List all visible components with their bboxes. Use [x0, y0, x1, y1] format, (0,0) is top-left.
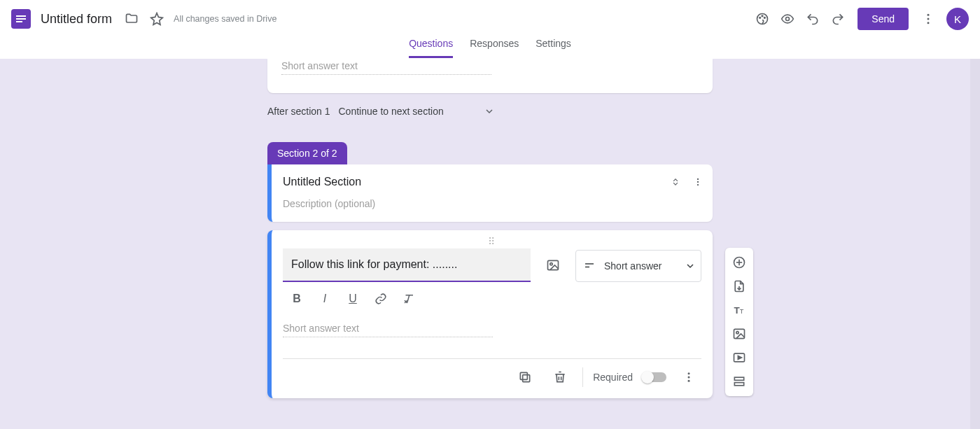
add-image-icon[interactable] [540, 253, 566, 278]
after-section-dropdown[interactable]: Continue to next section [339, 106, 493, 117]
section-description[interactable]: Description (optional) [283, 198, 699, 209]
section-more-icon[interactable] [693, 177, 703, 190]
avatar[interactable]: K [946, 8, 969, 30]
floating-toolbar: TT [725, 248, 753, 396]
short-answer-icon [583, 260, 596, 272]
svg-point-8 [697, 178, 699, 180]
svg-rect-28 [734, 377, 743, 380]
folder-icon[interactable] [119, 6, 144, 31]
delete-icon[interactable] [547, 365, 573, 390]
svg-text:T: T [734, 305, 740, 316]
svg-point-10 [697, 184, 699, 185]
save-status: All changes saved in Drive [174, 14, 276, 24]
body-area: Short answer text After section 1 Contin… [0, 59, 980, 429]
after-section-selected: Continue to next section [339, 106, 444, 117]
svg-point-18 [688, 377, 690, 379]
after-section-row: After section 1 Continue to next section [267, 93, 713, 129]
svg-text:T: T [740, 308, 744, 315]
import-questions-icon[interactable] [725, 274, 753, 298]
svg-point-12 [550, 263, 552, 265]
svg-rect-15 [523, 375, 530, 382]
duplicate-icon[interactable] [512, 365, 538, 390]
add-title-icon[interactable]: TT [725, 298, 753, 322]
question-more-icon[interactable] [676, 365, 701, 390]
svg-point-17 [688, 372, 690, 374]
svg-point-4 [786, 17, 790, 21]
add-section-icon[interactable] [725, 370, 753, 393]
underline-icon[interactable]: U [344, 290, 361, 307]
question-footer: Required [283, 358, 701, 398]
clear-format-icon[interactable] [400, 290, 417, 307]
svg-rect-29 [734, 383, 743, 386]
scrollbar[interactable] [970, 59, 980, 429]
star-icon[interactable] [144, 6, 169, 31]
forms-logo [11, 9, 31, 29]
svg-point-7 [927, 22, 930, 24]
svg-point-1 [760, 17, 761, 19]
svg-rect-11 [548, 260, 559, 269]
chevron-down-icon [486, 108, 493, 115]
tab-questions[interactable]: Questions [409, 38, 453, 58]
tab-responses[interactable]: Responses [470, 38, 519, 58]
add-question-icon[interactable] [725, 251, 753, 274]
section-title[interactable]: Untitled Section [283, 176, 699, 188]
add-video-icon[interactable] [725, 346, 753, 370]
svg-point-5 [927, 14, 930, 16]
svg-point-26 [736, 332, 738, 334]
after-section-label: After section 1 [267, 106, 330, 117]
bold-icon[interactable]: B [288, 290, 305, 307]
question-text-input[interactable] [283, 248, 531, 282]
active-question-card[interactable]: ⠿ Short answer B I U [267, 230, 713, 398]
more-icon[interactable] [916, 6, 941, 31]
tabs-bar: Questions Responses Settings [0, 38, 980, 59]
theme-icon[interactable] [750, 6, 775, 31]
svg-rect-16 [521, 372, 528, 379]
drag-handle-icon[interactable]: ⠿ [272, 236, 713, 246]
short-answer-placeholder: Short answer text [281, 59, 491, 75]
svg-point-9 [697, 181, 699, 183]
question-type-label: Short answer [604, 260, 678, 272]
svg-point-19 [688, 380, 690, 382]
app-header: Untitled form All changes saved in Drive… [0, 0, 980, 38]
divider [582, 367, 583, 387]
link-icon[interactable] [372, 290, 389, 307]
section-badge: Section 2 of 2 [267, 142, 347, 164]
svg-point-6 [927, 18, 930, 20]
format-toolbar: B I U [272, 282, 713, 310]
answer-placeholder: Short answer text [283, 320, 493, 337]
italic-icon[interactable]: I [316, 290, 333, 307]
question-type-dropdown[interactable]: Short answer [575, 250, 701, 282]
svg-point-3 [764, 17, 766, 19]
preview-icon[interactable] [775, 6, 800, 31]
section-header-card[interactable]: Untitled Section Description (optional) [267, 164, 713, 222]
previous-question-card[interactable]: Short answer text [267, 59, 713, 93]
svg-point-2 [762, 15, 763, 17]
chevron-down-icon [687, 262, 694, 269]
required-toggle[interactable] [643, 372, 666, 382]
send-button[interactable]: Send [858, 8, 909, 30]
required-label: Required [593, 372, 633, 383]
tab-settings[interactable]: Settings [536, 38, 571, 58]
redo-icon[interactable] [825, 6, 850, 31]
form-title[interactable]: Untitled form [41, 12, 112, 27]
undo-icon[interactable] [800, 6, 825, 31]
svg-rect-25 [734, 329, 745, 338]
collapse-section-icon[interactable] [671, 177, 680, 190]
add-image-toolbar-icon[interactable] [725, 322, 753, 346]
